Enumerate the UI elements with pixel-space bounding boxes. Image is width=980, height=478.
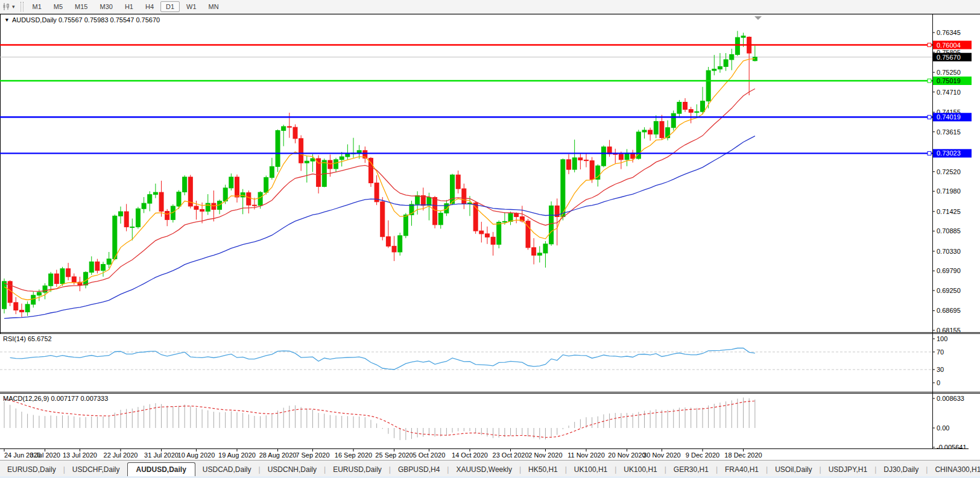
timeframe-button-h1[interactable]: H1	[119, 1, 139, 12]
chart-mode-dropdown[interactable]: ▾	[0, 1, 17, 13]
chart-tab-usoil-daily[interactable]: USOil,Daily	[768, 463, 819, 477]
chart-tab-ger30-h1[interactable]: GER30,H1	[666, 463, 716, 477]
timeframe-button-w1[interactable]: W1	[181, 1, 202, 12]
timeframe-button-m15[interactable]: M15	[69, 1, 93, 12]
chart-tab-uk100-h1[interactable]: UK100,H1	[616, 463, 664, 477]
svg-text:10 Aug 2020: 10 Aug 2020	[178, 451, 215, 459]
svg-text:-0.005641: -0.005641	[937, 444, 967, 449]
svg-text:0.74019: 0.74019	[937, 113, 961, 121]
toolbar-grip-handle[interactable]	[21, 2, 24, 11]
svg-text:11 Nov 2020: 11 Nov 2020	[567, 451, 605, 459]
svg-text:20 Nov 2020: 20 Nov 2020	[608, 451, 645, 459]
svg-text:0.75019: 0.75019	[937, 77, 961, 84]
chart-tab-dj30-daily[interactable]: DJ30,Daily	[876, 463, 926, 477]
timeframe-button-m30[interactable]: M30	[95, 1, 118, 12]
svg-text:100: 100	[937, 335, 947, 342]
svg-text:19 Aug 2020: 19 Aug 2020	[218, 451, 256, 459]
symbol-dropdown-icon[interactable]: ▼	[4, 17, 10, 23]
time-axis: 24 Jun 20203 Jul 202013 Jul 202022 Jul 2…	[0, 449, 980, 460]
chart-tab-audusd-daily[interactable]: AUDUSD,Daily	[127, 462, 195, 477]
chart-tab-usdchf-daily[interactable]: USDCHF,Daily	[65, 463, 127, 477]
svg-text:30: 30	[937, 366, 944, 373]
svg-text:2 Nov 2020: 2 Nov 2020	[528, 451, 562, 459]
timeframe-button-m1[interactable]: M1	[27, 1, 47, 12]
svg-text:0.71980: 0.71980	[937, 187, 961, 195]
svg-text:13 Jul 2020: 13 Jul 2020	[63, 451, 97, 459]
rsi-indicator-label: RSI(14) 65.6752	[3, 335, 52, 342]
svg-text:0: 0	[937, 379, 940, 386]
chart-tab-gbpusd-h4[interactable]: GBPUSD,H4	[391, 463, 447, 477]
rsi-indicator-panel[interactable]: 10070300	[0, 333, 980, 393]
svg-text:0.71425: 0.71425	[937, 208, 961, 215]
svg-text:28 Aug 2020: 28 Aug 2020	[259, 451, 297, 459]
chart-tab-usdjpy-h1[interactable]: USDJPY,H1	[821, 463, 874, 477]
svg-text:0.70330: 0.70330	[937, 248, 961, 255]
chevron-down-icon: ▾	[12, 4, 15, 10]
svg-text:25 Sep 2020: 25 Sep 2020	[375, 451, 413, 459]
svg-text:0.73615: 0.73615	[937, 128, 961, 136]
chart-ohlc-values: 0.75567 0.75983 0.75547 0.75670	[58, 16, 160, 24]
mt4-terminal: ▾ M1M5M15M30H1H4D1W1MN 0.763450.758050.7…	[0, 0, 980, 478]
timeframe-button-d1[interactable]: D1	[160, 1, 180, 12]
svg-text:0.70885: 0.70885	[937, 227, 961, 234]
chart-symbol-period: AUDUSD,Daily	[12, 16, 57, 24]
chart-tab-usdcnh-daily[interactable]: USDCNH,Daily	[261, 463, 324, 477]
svg-text:30 Nov 2020: 30 Nov 2020	[643, 451, 680, 459]
chart-tab-china300-h1[interactable]: CHINA300,H1	[928, 463, 980, 477]
svg-text:0.69790: 0.69790	[937, 267, 961, 274]
chart-tab-uk100-h1[interactable]: UK100,H1	[567, 463, 615, 477]
svg-text:0.75670: 0.75670	[937, 54, 961, 61]
svg-text:31 Jul 2020: 31 Jul 2020	[144, 451, 179, 459]
timeframe-toolbar: ▾ M1M5M15M30H1H4D1W1MN	[0, 0, 980, 14]
svg-text:0.008633: 0.008633	[937, 395, 964, 402]
svg-text:0.00: 0.00	[937, 424, 949, 432]
candlestick-chart-icon	[2, 2, 11, 11]
chart-title: ▼AUDUSD,Daily 0.75567 0.75983 0.75547 0.…	[4, 16, 160, 24]
svg-text:0.75250: 0.75250	[937, 69, 961, 76]
svg-text:0.73023: 0.73023	[937, 149, 961, 157]
svg-text:18 Dec 2020: 18 Dec 2020	[724, 451, 762, 459]
macd-indicator-panel[interactable]: 0.0086330.00-0.005641	[0, 393, 980, 449]
svg-text:0.76345: 0.76345	[937, 29, 961, 36]
price-chart[interactable]: 0.763450.758050.752500.747100.741550.736…	[0, 14, 980, 333]
timeframe-button-m5[interactable]: M5	[48, 1, 68, 12]
svg-text:3 Jul 2020: 3 Jul 2020	[30, 451, 60, 459]
svg-text:0.72520: 0.72520	[937, 168, 961, 175]
svg-text:14 Oct 2020: 14 Oct 2020	[452, 451, 488, 459]
svg-text:5 Oct 2020: 5 Oct 2020	[413, 451, 446, 459]
svg-text:0.69250: 0.69250	[937, 287, 961, 294]
svg-text:23 Oct 2020: 23 Oct 2020	[493, 451, 529, 459]
svg-text:0.68695: 0.68695	[937, 307, 961, 314]
svg-text:16 Sep 2020: 16 Sep 2020	[335, 451, 372, 459]
svg-text:7 Sep 2020: 7 Sep 2020	[296, 451, 329, 459]
svg-text:22 Jul 2020: 22 Jul 2020	[104, 451, 138, 459]
timeframe-button-h4[interactable]: H4	[140, 1, 159, 12]
chart-tab-hk50-h1[interactable]: HK50,H1	[521, 463, 565, 477]
svg-text:0.74710: 0.74710	[937, 89, 961, 96]
chart-tabs: EURUSD,Daily|USDCHF,DailyAUDUSD,DailyUSD…	[0, 462, 980, 477]
macd-indicator-label: MACD(12,26,9) 0.007177 0.007333	[3, 395, 108, 402]
svg-text:0.76004: 0.76004	[937, 42, 961, 49]
timeframe-button-mn[interactable]: MN	[203, 1, 224, 12]
chart-tab-xauusd-weekly[interactable]: XAUUSD,Weekly	[449, 463, 519, 477]
svg-text:9 Dec 2020: 9 Dec 2020	[686, 451, 719, 459]
chart-tab-fra40-h1[interactable]: FRA40,H1	[718, 463, 766, 477]
svg-text:70: 70	[937, 348, 944, 356]
timeframe-buttons: M1M5M15M30H1H4D1W1MN	[27, 3, 225, 10]
chart-tab-usdcad-daily[interactable]: USDCAD,Daily	[195, 463, 259, 477]
chart-tab-eurusd-daily[interactable]: EURUSD,Daily	[0, 463, 63, 477]
chart-tabbar: EURUSD,Daily|USDCHF,DailyAUDUSD,DailyUSD…	[0, 460, 980, 477]
chart-tab-eurusd-daily[interactable]: EURUSD,Daily	[326, 463, 389, 477]
